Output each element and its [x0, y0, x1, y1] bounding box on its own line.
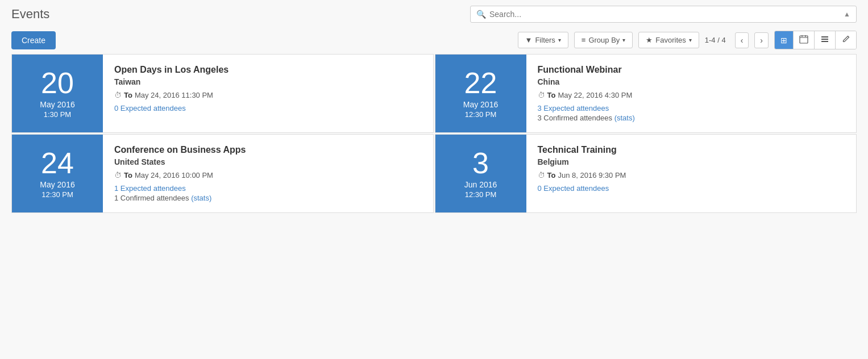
event-info: Open Days in Los Angeles Taiwan ⏱ To May… [103, 55, 433, 132]
group-by-button[interactable]: ≡ Group By ▾ [574, 32, 633, 48]
svg-rect-5 [821, 39, 828, 40]
event-time: 12:30 PM [465, 110, 497, 119]
filter-icon: ▼ [525, 36, 533, 44]
clock-icon: ⏱ [538, 171, 545, 180]
event-day: 24 [41, 148, 74, 178]
event-day: 20 [41, 68, 74, 98]
event-date-box: 24 May 2016 12:30 PM [12, 135, 103, 212]
event-to-date: ⏱ To May 24, 2016 11:30 PM [114, 91, 422, 99]
svg-rect-6 [821, 41, 828, 42]
favorites-caret: ▾ [689, 37, 692, 43]
event-info: Functional Webinar China ⏱ To May 22, 20… [526, 55, 857, 132]
edit-view-button[interactable] [836, 31, 856, 49]
expected-attendees[interactable]: 1 Expected attendees [114, 184, 422, 193]
view-buttons: ⊞ [774, 31, 857, 49]
pagination: 1-4 / 4 [705, 36, 726, 44]
group-by-caret: ▾ [622, 37, 625, 43]
event-card[interactable]: 22 May 2016 12:30 PM Functional Webinar … [435, 54, 857, 133]
prev-page-button[interactable]: ‹ [735, 32, 749, 48]
toolbar-left: Create [11, 31, 512, 49]
stats-link[interactable]: (stats) [191, 194, 211, 202]
star-icon: ★ [646, 36, 653, 44]
expected-attendees[interactable]: 0 Expected attendees [114, 104, 422, 112]
event-title: Functional Webinar [538, 65, 845, 75]
create-button[interactable]: Create [11, 31, 56, 49]
event-title: Technical Training [538, 145, 845, 155]
event-card[interactable]: 24 May 2016 12:30 PM Conference on Busin… [11, 134, 434, 213]
event-to-date: ⏱ To May 22, 2016 4:30 PM [538, 91, 845, 99]
event-location: China [538, 77, 845, 86]
event-day: 22 [464, 68, 497, 98]
event-title: Conference on Business Apps [114, 145, 422, 155]
page-title: Events [11, 7, 464, 22]
favorites-label: Favorites [655, 36, 686, 44]
event-title: Open Days in Los Angeles [114, 65, 422, 75]
event-card[interactable]: 20 May 2016 1:30 PM Open Days in Los Ang… [11, 54, 434, 133]
event-month-year: May 2016 [40, 100, 74, 109]
event-date-box: 22 May 2016 12:30 PM [435, 55, 526, 132]
clock-icon: ⏱ [538, 91, 545, 99]
event-location: United States [114, 157, 422, 166]
search-container: 🔍 ▲ [470, 6, 857, 23]
top-bar: Events 🔍 ▲ [0, 0, 868, 28]
event-month-year: May 2016 [463, 100, 498, 109]
list-view-button[interactable] [815, 31, 836, 49]
event-time: 12:30 PM [41, 190, 73, 199]
event-grid: 20 May 2016 1:30 PM Open Days in Los Ang… [0, 54, 868, 224]
clock-icon: ⏱ [114, 91, 122, 99]
event-month-year: May 2016 [40, 180, 74, 189]
event-info: Technical Training Belgium ⏱ To Jun 8, 2… [526, 135, 857, 212]
clock-icon: ⏱ [114, 171, 122, 180]
event-date-box: 20 May 2016 1:30 PM [12, 55, 103, 132]
event-card[interactable]: 3 Jun 2016 12:30 PM Technical Training B… [435, 134, 857, 213]
event-to-date: ⏱ To May 24, 2016 10:00 PM [114, 171, 422, 180]
event-location: Belgium [538, 157, 845, 166]
event-month-year: Jun 2016 [464, 180, 497, 189]
expected-attendees[interactable]: 3 Expected attendees [538, 104, 845, 112]
favorites-button[interactable]: ★ Favorites ▾ [638, 32, 699, 48]
kanban-view-button[interactable]: ⊞ [775, 31, 794, 49]
event-time: 1:30 PM [44, 110, 71, 119]
toolbar: Create ▼ Filters ▾ ≡ Group By ▾ ★ Favori… [0, 28, 868, 54]
confirmed-attendees: 3 Confirmed attendees (stats) [538, 114, 845, 122]
search-input[interactable] [489, 10, 844, 19]
expected-attendees[interactable]: 0 Expected attendees [538, 184, 845, 193]
event-date-box: 3 Jun 2016 12:30 PM [435, 135, 526, 212]
search-expand-button[interactable]: ▲ [844, 10, 850, 18]
filters-label: Filters [535, 36, 555, 44]
stats-link[interactable]: (stats) [614, 114, 635, 122]
group-by-label: Group By [588, 36, 620, 44]
filters-caret: ▾ [558, 37, 561, 43]
svg-rect-0 [800, 36, 808, 43]
calendar-view-button[interactable] [794, 31, 815, 49]
confirmed-attendees: 1 Confirmed attendees (stats) [114, 194, 422, 202]
group-by-icon: ≡ [582, 36, 586, 44]
search-icon: 🔍 [476, 10, 486, 19]
next-page-button[interactable]: › [754, 32, 769, 48]
event-day: 3 [472, 148, 489, 178]
event-info: Conference on Business Apps United State… [103, 135, 433, 212]
event-to-date: ⏱ To Jun 8, 2016 9:30 PM [538, 171, 845, 180]
svg-rect-4 [821, 36, 828, 37]
filters-button[interactable]: ▼ Filters ▾ [518, 32, 568, 48]
event-location: Taiwan [114, 77, 422, 86]
event-time: 12:30 PM [465, 190, 497, 199]
